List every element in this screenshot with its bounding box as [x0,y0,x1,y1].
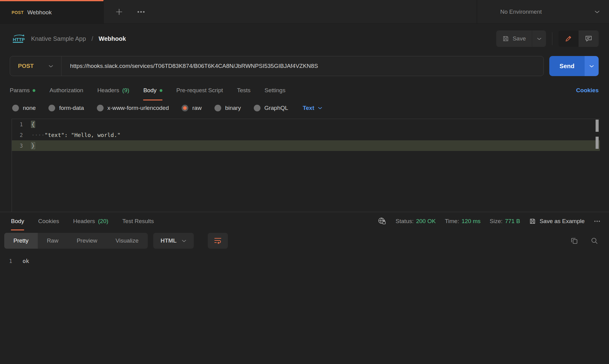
body-mode-form-data[interactable]: form-data [48,105,84,111]
tab-authorization[interactable]: Authorization [49,80,83,100]
body-mode-row: none form-data x-www-form-urlencoded raw… [0,100,609,117]
response-tab-body-label: Body [11,218,24,225]
time-field: Time: 120 ms [445,218,480,225]
tab-headers[interactable]: Headers (9) [97,80,129,100]
response-tab-test-results-label: Test Results [122,218,154,225]
tab-method-badge: POST [12,10,24,15]
body-mode-binary[interactable]: binary [214,105,241,111]
body-mode-urlencoded[interactable]: x-www-form-urlencoded [97,105,169,111]
tab-params[interactable]: Params [10,80,35,100]
wrap-lines-button[interactable] [208,233,228,249]
json-text-token: "text": "Hello, world." [44,132,120,138]
params-active-dot [33,89,35,92]
response-header: Body Cookies Headers (20) Test Results S… [0,212,609,230]
tab-authorization-label: Authorization [49,87,83,94]
tab-tests[interactable]: Tests [237,80,250,100]
send-options-button[interactable] [585,56,599,76]
size-label: Size: [490,218,502,225]
body-mode-none[interactable]: none [12,105,36,111]
url-row: POST https://hooks.slack.com/services/T0… [0,54,609,76]
response-body[interactable]: 1 ok [0,249,609,264]
environment-selector[interactable]: No Environment [477,0,609,23]
response-tab-body[interactable]: Body [11,212,24,230]
response-tab-headers[interactable]: Headers (20) [73,212,108,230]
raw-language-select[interactable]: Text [303,105,323,111]
body-mode-graphql[interactable]: GraphQL [254,105,288,111]
tab-options-button[interactable] [137,10,145,13]
copy-icon [571,237,578,244]
tab-pre-request-script[interactable]: Pre-request Script [176,80,223,100]
open-brace-token: { [31,121,35,128]
response-format-select[interactable]: HTML [153,233,194,249]
radio-icon [254,105,260,111]
editor-line[interactable]: 1 { [12,119,600,130]
request-tab-webhook[interactable]: POST Webhook [0,0,104,23]
radio-icon [214,105,221,111]
send-button[interactable]: Send [549,56,585,76]
plus-icon [115,8,123,16]
headers-count: (9) [122,87,129,94]
tab-strip-actions [104,0,477,23]
breadcrumb-collection[interactable]: Knative Sample App [31,35,86,42]
save-as-example-button[interactable]: Save as Example [529,218,585,225]
view-raw[interactable]: Raw [38,233,68,249]
editor-scrollbar-mark[interactable] [596,137,599,149]
tab-strip: POST Webhook No Environment [0,0,609,24]
cookies-link[interactable]: Cookies [576,87,599,94]
editor-line-current[interactable]: 3 } [12,140,600,151]
raw-language-label: Text [303,105,314,111]
response-line-number: 1 [0,258,23,264]
breadcrumb: HTTP Knative Sample App / Webhook [12,34,126,44]
response-tab-cookies[interactable]: Cookies [38,212,59,230]
header-actions: Save [496,30,599,47]
view-preview[interactable]: Preview [68,233,107,249]
search-response-button[interactable] [591,237,598,244]
tab-tests-label: Tests [237,87,250,94]
view-visualize[interactable]: Visualize [106,233,148,249]
line-number: 2 [12,132,31,138]
save-button[interactable]: Save [496,30,532,47]
breadcrumb-separator: / [91,35,93,42]
tab-params-label: Params [10,87,30,94]
chevron-down-icon [594,10,600,14]
breadcrumb-request-name[interactable]: Webhook [99,35,126,42]
network-globe-lock-icon[interactable] [377,217,387,226]
response-tab-test-results[interactable]: Test Results [122,212,154,230]
time-label: Time: [445,218,459,225]
status-label: Status: [396,218,414,225]
save-options-button[interactable] [532,30,546,47]
response-view-switch: Pretty Raw Preview Visualize [4,233,148,249]
view-pretty[interactable]: Pretty [4,233,38,249]
tab-body[interactable]: Body [143,80,162,100]
method-select[interactable]: POST [10,56,61,76]
radio-icon [48,105,55,111]
editor-line[interactable]: 2 ····"text": "Hello, world." [12,130,600,140]
radio-icon [97,105,104,111]
status-field: Status: 200 OK [396,218,436,225]
new-tab-button[interactable] [115,8,123,16]
url-input[interactable]: https://hooks.slack.com/services/T06TD83… [62,63,543,69]
radio-selected-icon [182,105,188,111]
response-options-button[interactable] [594,220,600,222]
body-mode-urlencoded-label: x-www-form-urlencoded [108,105,169,111]
response-tab-cookies-label: Cookies [38,218,59,225]
size-value: 771 B [505,218,520,225]
body-mode-graphql-label: GraphQL [264,105,288,111]
method-label: POST [18,63,34,69]
tab-settings[interactable]: Settings [264,80,285,100]
comment-icon [585,35,592,42]
save-split-button: Save [496,30,546,47]
response-panel: Body Cookies Headers (20) Test Results S… [0,212,609,264]
svg-text:HTTP: HTTP [13,37,25,42]
comments-button[interactable] [579,30,599,47]
copy-response-button[interactable] [571,237,578,244]
editor-scrollbar-mark[interactable] [596,120,599,132]
body-mode-raw[interactable]: raw [182,105,202,111]
tab-headers-label: Headers [97,87,119,94]
environment-label: No Environment [500,9,542,15]
save-button-label: Save [513,35,526,42]
response-meta: Status: 200 OK Time: 120 ms Size: 771 B … [377,217,600,226]
body-mode-binary-label: binary [225,105,241,111]
request-body-editor[interactable]: 1 { 2 ····"text": "Hello, world." 3 } [12,119,600,212]
edit-documentation-button[interactable] [558,30,579,47]
